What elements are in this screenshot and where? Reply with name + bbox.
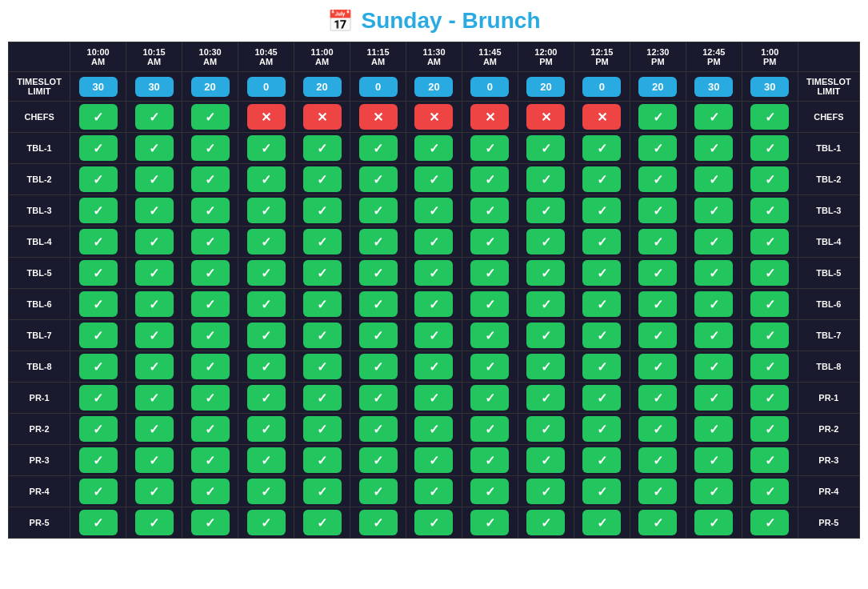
cell-7-11[interactable]: ✓ [686, 320, 742, 351]
cell-2-6[interactable]: ✓ [406, 164, 462, 195]
cell-10-6[interactable]: ✓ [406, 414, 462, 445]
cell-12-6[interactable]: ✓ [406, 476, 462, 507]
cell-10-8[interactable]: ✓ [518, 414, 574, 445]
cell-10-7[interactable]: ✓ [462, 414, 518, 445]
cell-12-5[interactable]: ✓ [350, 476, 406, 507]
cell-9-5[interactable]: ✓ [350, 383, 406, 414]
cell-3-4[interactable]: ✓ [294, 195, 350, 226]
cell-11-2[interactable]: ✓ [182, 445, 238, 476]
cell-11-12[interactable]: ✓ [742, 445, 798, 476]
check-button-13-10[interactable]: ✓ [638, 510, 677, 535]
check-button-8-6[interactable]: ✓ [414, 354, 453, 379]
cell-2-11[interactable]: ✓ [686, 164, 742, 195]
cell-1-9[interactable]: ✓ [574, 133, 630, 164]
cell-7-8[interactable]: ✓ [518, 320, 574, 351]
check-button-7-1[interactable]: ✓ [135, 323, 174, 348]
check-button-11-2[interactable]: ✓ [191, 447, 230, 473]
check-button-11-4[interactable]: ✓ [303, 447, 342, 473]
check-button-4-8[interactable]: ✓ [526, 229, 565, 254]
x-button-0-8[interactable]: ✕ [526, 104, 565, 130]
check-button-1-10[interactable]: ✓ [638, 135, 677, 161]
timeslot-limit-cell-5[interactable]: 0 [350, 72, 406, 102]
cell-9-12[interactable]: ✓ [742, 383, 798, 414]
check-button-2-8[interactable]: ✓ [526, 166, 565, 192]
cell-9-3[interactable]: ✓ [238, 383, 294, 414]
check-button-4-6[interactable]: ✓ [414, 229, 453, 254]
check-button-10-1[interactable]: ✓ [135, 416, 174, 442]
cell-3-8[interactable]: ✓ [518, 195, 574, 226]
check-button-4-11[interactable]: ✓ [694, 229, 733, 254]
check-button-5-1[interactable]: ✓ [135, 260, 174, 286]
cell-11-0[interactable]: ✓ [70, 445, 126, 476]
cell-2-2[interactable]: ✓ [182, 164, 238, 195]
check-button-9-10[interactable]: ✓ [638, 385, 677, 411]
check-button-7-7[interactable]: ✓ [470, 323, 509, 348]
cell-0-8[interactable]: ✕ [518, 102, 574, 133]
check-button-2-5[interactable]: ✓ [359, 166, 398, 192]
cell-11-4[interactable]: ✓ [294, 445, 350, 476]
check-button-8-10[interactable]: ✓ [638, 354, 677, 379]
cell-0-3[interactable]: ✕ [238, 102, 294, 133]
check-button-7-10[interactable]: ✓ [638, 323, 677, 348]
cell-4-10[interactable]: ✓ [630, 226, 686, 258]
cell-5-12[interactable]: ✓ [742, 258, 798, 289]
check-button-3-5[interactable]: ✓ [359, 198, 398, 223]
check-button-5-5[interactable]: ✓ [359, 260, 398, 286]
check-button-10-11[interactable]: ✓ [694, 416, 733, 442]
cell-13-10[interactable]: ✓ [630, 507, 686, 539]
check-button-12-11[interactable]: ✓ [694, 479, 733, 504]
check-button-3-3[interactable]: ✓ [247, 198, 286, 223]
cell-5-6[interactable]: ✓ [406, 258, 462, 289]
check-button-0-10[interactable]: ✓ [638, 104, 677, 130]
cell-0-4[interactable]: ✕ [294, 102, 350, 133]
check-button-10-5[interactable]: ✓ [359, 416, 398, 442]
cell-7-2[interactable]: ✓ [182, 320, 238, 351]
cell-8-8[interactable]: ✓ [518, 351, 574, 383]
cell-1-7[interactable]: ✓ [462, 133, 518, 164]
check-button-3-11[interactable]: ✓ [694, 198, 733, 223]
cell-4-4[interactable]: ✓ [294, 226, 350, 258]
check-button-10-2[interactable]: ✓ [191, 416, 230, 442]
cell-11-11[interactable]: ✓ [686, 445, 742, 476]
timeslot-limit-cell-4[interactable]: 20 [294, 72, 350, 102]
cell-3-1[interactable]: ✓ [126, 195, 182, 226]
cell-8-2[interactable]: ✓ [182, 351, 238, 383]
check-button-4-5[interactable]: ✓ [359, 229, 398, 254]
check-button-13-9[interactable]: ✓ [582, 510, 621, 535]
check-button-5-3[interactable]: ✓ [247, 260, 286, 286]
cell-7-9[interactable]: ✓ [574, 320, 630, 351]
cell-5-8[interactable]: ✓ [518, 258, 574, 289]
cell-12-0[interactable]: ✓ [70, 476, 126, 507]
check-button-11-11[interactable]: ✓ [694, 447, 733, 473]
check-button-13-5[interactable]: ✓ [359, 510, 398, 535]
cell-6-9[interactable]: ✓ [574, 289, 630, 320]
check-button-4-3[interactable]: ✓ [247, 229, 286, 254]
check-button-13-4[interactable]: ✓ [303, 510, 342, 535]
cell-0-5[interactable]: ✕ [350, 102, 406, 133]
timeslot-limit-cell-6[interactable]: 20 [406, 72, 462, 102]
check-button-12-12[interactable]: ✓ [750, 479, 789, 504]
cell-13-4[interactable]: ✓ [294, 507, 350, 539]
check-button-13-2[interactable]: ✓ [191, 510, 230, 535]
check-button-13-11[interactable]: ✓ [694, 510, 733, 535]
cell-3-2[interactable]: ✓ [182, 195, 238, 226]
cell-10-10[interactable]: ✓ [630, 414, 686, 445]
cell-6-7[interactable]: ✓ [462, 289, 518, 320]
cell-9-0[interactable]: ✓ [70, 383, 126, 414]
cell-12-11[interactable]: ✓ [686, 476, 742, 507]
check-button-1-4[interactable]: ✓ [303, 135, 342, 161]
check-button-0-2[interactable]: ✓ [191, 104, 230, 130]
cell-3-10[interactable]: ✓ [630, 195, 686, 226]
cell-3-6[interactable]: ✓ [406, 195, 462, 226]
timeslot-limit-cell-0[interactable]: 30 [70, 72, 126, 102]
check-button-9-9[interactable]: ✓ [582, 385, 621, 411]
check-button-10-7[interactable]: ✓ [470, 416, 509, 442]
check-button-8-4[interactable]: ✓ [303, 354, 342, 379]
cell-13-9[interactable]: ✓ [574, 507, 630, 539]
check-button-2-3[interactable]: ✓ [247, 166, 286, 192]
cell-9-10[interactable]: ✓ [630, 383, 686, 414]
cell-4-12[interactable]: ✓ [742, 226, 798, 258]
timeslot-limit-cell-11[interactable]: 30 [686, 72, 742, 102]
cell-13-11[interactable]: ✓ [686, 507, 742, 539]
cell-9-6[interactable]: ✓ [406, 383, 462, 414]
